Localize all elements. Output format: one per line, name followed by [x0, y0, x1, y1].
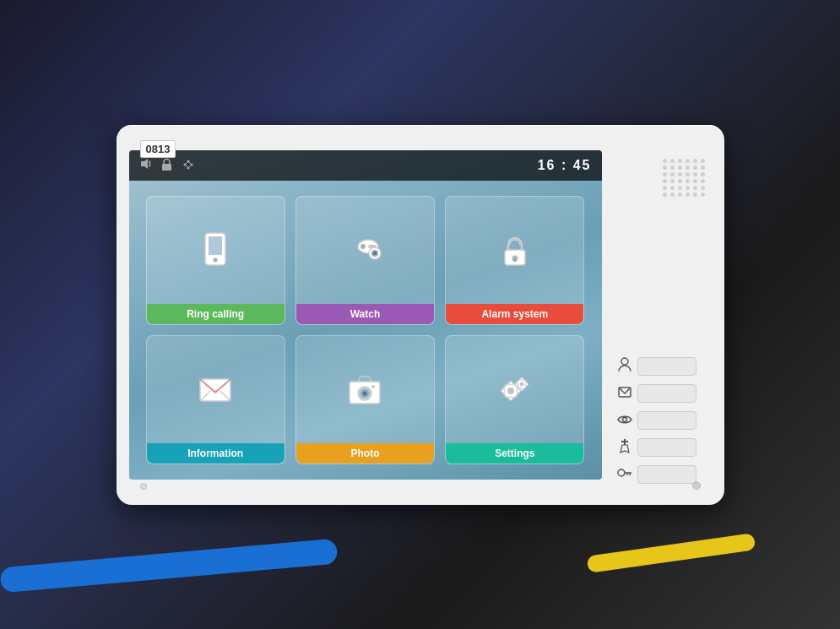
- status-icons: [139, 158, 196, 173]
- watch-label: Watch: [296, 304, 434, 324]
- dot-left: [140, 483, 147, 490]
- svg-point-44: [621, 358, 628, 365]
- svg-rect-37: [517, 389, 520, 393]
- screen: 16 : 45 Ring calling: [129, 150, 602, 480]
- device-frame: 0813: [117, 125, 724, 505]
- dot-right: [692, 481, 701, 490]
- svg-rect-34: [509, 382, 512, 385]
- svg-point-33: [507, 388, 514, 394]
- mail-button-bar[interactable]: [637, 384, 696, 403]
- side-buttons: [617, 357, 696, 484]
- phone-icon: [193, 228, 237, 272]
- tool-icon: [617, 438, 632, 456]
- device-label: 0813: [140, 140, 176, 158]
- side-button-eye[interactable]: [617, 411, 696, 430]
- svg-rect-21: [514, 258, 516, 262]
- volume-icon: [139, 158, 153, 172]
- svg-rect-40: [520, 378, 523, 381]
- svg-point-30: [363, 392, 367, 396]
- side-button-key[interactable]: [617, 465, 696, 484]
- status-time: 16 : 45: [538, 158, 592, 173]
- svg-rect-43: [525, 383, 528, 386]
- ring-calling-icon-area: [147, 197, 285, 304]
- watch-icon-area: [296, 197, 434, 304]
- svg-line-7: [188, 165, 192, 168]
- lock-alarm-icon: [493, 228, 537, 272]
- envelope-icon: [193, 367, 237, 411]
- svg-line-9: [188, 161, 192, 165]
- photo-icon-area: [296, 336, 434, 443]
- app-tile-information[interactable]: Information: [146, 335, 285, 464]
- svg-point-46: [622, 417, 626, 421]
- ring-calling-label: Ring calling: [147, 304, 285, 324]
- svg-rect-36: [501, 389, 505, 393]
- mail-icon: [617, 387, 632, 400]
- svg-rect-1: [162, 164, 171, 171]
- eye-icon: [617, 414, 632, 427]
- svg-point-49: [618, 469, 625, 476]
- speaker: [663, 159, 706, 197]
- status-bar: 16 : 45: [129, 150, 602, 181]
- app-grid: Ring calling Watch: [129, 181, 602, 480]
- lock-icon: [161, 158, 172, 173]
- alarm-icon-area: [446, 197, 583, 304]
- settings-icon-area: [446, 336, 583, 443]
- svg-rect-42: [515, 383, 518, 386]
- eye-button-bar[interactable]: [637, 411, 696, 430]
- key-icon: [617, 467, 632, 481]
- network-icon: [181, 158, 196, 172]
- svg-line-6: [185, 165, 188, 168]
- key-button-bar[interactable]: [637, 465, 696, 484]
- person-icon: [617, 357, 632, 375]
- photo-label: Photo: [296, 443, 434, 464]
- svg-rect-11: [209, 236, 222, 255]
- svg-point-12: [214, 258, 218, 263]
- svg-point-18: [373, 252, 377, 255]
- svg-rect-41: [520, 388, 523, 391]
- svg-rect-35: [509, 397, 512, 400]
- side-button-tool[interactable]: [617, 438, 696, 457]
- camera-icon: [343, 367, 387, 411]
- tool-button-bar[interactable]: [637, 438, 696, 457]
- svg-line-8: [185, 161, 188, 165]
- app-tile-ring-calling[interactable]: Ring calling: [146, 196, 285, 325]
- information-icon-area: [147, 336, 285, 443]
- side-button-mail[interactable]: [617, 384, 696, 403]
- alarm-system-label: Alarm system: [446, 304, 583, 324]
- settings-label: Settings: [446, 443, 583, 464]
- svg-point-39: [519, 382, 523, 387]
- person-button-bar[interactable]: [637, 357, 696, 376]
- svg-point-31: [371, 385, 375, 388]
- svg-point-14: [360, 244, 366, 249]
- app-tile-settings[interactable]: Settings: [445, 335, 584, 464]
- svg-marker-0: [141, 159, 148, 169]
- app-tile-watch[interactable]: Watch: [295, 196, 435, 325]
- camera-key-icon: [343, 228, 387, 272]
- app-tile-alarm-system[interactable]: Alarm system: [445, 196, 584, 325]
- side-button-person[interactable]: [617, 357, 696, 376]
- app-tile-photo[interactable]: Photo: [295, 335, 435, 464]
- information-label: Information: [147, 443, 285, 464]
- gear-icon: [493, 367, 537, 411]
